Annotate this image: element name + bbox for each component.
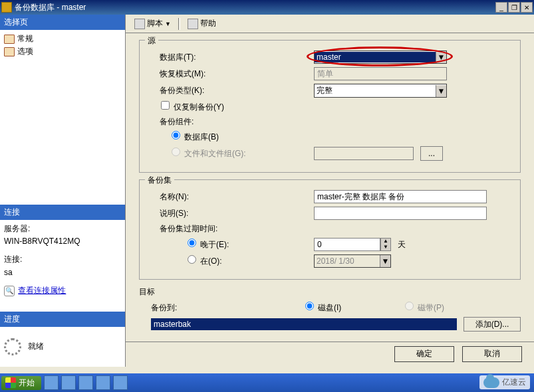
- server-value: WIN-B8RVQT412MQ: [4, 235, 121, 248]
- window-controls: _ ❐ ✕: [495, 2, 533, 13]
- ok-button[interactable]: 确定: [394, 346, 454, 362]
- connection-info: 服务器: WIN-B8RVQT412MQ 连接: sa 查看连接属性: [0, 220, 125, 300]
- backup-to-label: 备份到:: [139, 302, 305, 314]
- after-days-input[interactable]: [314, 238, 380, 251]
- dialog-footer: 确定 取消: [126, 342, 534, 365]
- cloud-icon: [483, 377, 499, 388]
- disk-radio-label[interactable]: 磁盘(I): [305, 302, 405, 314]
- main-panel: 脚本 ▼ 帮助 源 数据库(T): master ▼: [126, 15, 534, 367]
- connection-label: 连接:: [4, 253, 121, 266]
- after-radio-label[interactable]: 晚于(E):: [148, 239, 314, 250]
- taskbar-item[interactable]: [113, 375, 128, 390]
- sidebar-item-label: 常规: [17, 33, 33, 45]
- watermark: 亿速云: [479, 375, 530, 389]
- sidebar-heading-progress: 进度: [0, 312, 125, 327]
- backup-type-label: 备份类型(K):: [148, 85, 314, 96]
- name-label: 名称(N):: [148, 191, 314, 203]
- chevron-down-icon[interactable]: ▼: [436, 85, 446, 97]
- cancel-button[interactable]: 取消: [462, 346, 522, 362]
- recovery-mode-field: [314, 67, 447, 80]
- page-icon: [4, 35, 15, 44]
- sidebar: 选择页 常规 选项 连接 服务器: WIN-B8RVQT412MQ 连接: sa…: [0, 15, 126, 367]
- database-radio[interactable]: [172, 131, 180, 140]
- database-value: master: [315, 52, 436, 62]
- script-label: 脚本: [147, 18, 163, 29]
- taskbar-item[interactable]: [44, 375, 59, 390]
- toolbar: 脚本 ▼ 帮助: [126, 15, 534, 33]
- script-icon: [134, 19, 145, 29]
- help-label: 帮助: [200, 18, 216, 29]
- group-title-source: 源: [145, 35, 158, 47]
- sidebar-heading-select-page: 选择页: [0, 15, 125, 30]
- name-field[interactable]: [314, 190, 487, 203]
- copy-only-checkbox[interactable]: [161, 101, 170, 110]
- group-title-backup-set: 备份集: [145, 175, 174, 186]
- sidebar-item-label: 选项: [17, 46, 33, 57]
- script-button[interactable]: 脚本 ▼: [130, 16, 176, 31]
- expire-label: 备份集过期时间:: [148, 223, 314, 235]
- backup-type-value: 完整: [315, 84, 436, 97]
- disk-radio[interactable]: [305, 302, 314, 310]
- maximize-button[interactable]: ❐: [508, 2, 520, 13]
- filegroup-browse-button[interactable]: ...: [420, 146, 443, 161]
- start-button[interactable]: 开始: [1, 376, 41, 390]
- view-properties-icon: [4, 286, 15, 296]
- form: 源 数据库(T): master ▼ 恢复模式(M): 备份类型(K):: [126, 33, 534, 342]
- on-date-value: 2018/ 1/30: [315, 256, 380, 266]
- start-label: 开始: [19, 377, 35, 389]
- toolbar-separator: [178, 18, 180, 30]
- stepper-down-icon[interactable]: ▼: [381, 245, 390, 250]
- help-button[interactable]: 帮助: [183, 16, 221, 31]
- description-label: 说明(S):: [148, 208, 314, 219]
- watermark-text: 亿速云: [502, 377, 526, 388]
- filegroup-radio: [172, 147, 180, 156]
- sidebar-item-general[interactable]: 常规: [4, 33, 121, 45]
- destination-list-item[interactable]: masterbak: [151, 318, 457, 330]
- server-label: 服务器:: [4, 223, 121, 235]
- progress-body: 就绪: [0, 327, 125, 367]
- sidebar-item-options[interactable]: 选项: [4, 45, 121, 58]
- window-titlebar: 备份数据库 - master _ ❐ ✕: [0, 0, 534, 15]
- help-icon: [188, 19, 198, 29]
- taskbar-item[interactable]: [78, 375, 93, 390]
- progress-status: 就绪: [28, 340, 44, 353]
- window-icon: [1, 2, 12, 13]
- days-unit: 天: [398, 239, 406, 250]
- taskbar: 开始: [0, 373, 534, 392]
- recovery-mode-label: 恢复模式(M):: [148, 68, 314, 80]
- windows-logo-icon: [5, 377, 16, 388]
- add-destination-button[interactable]: 添加(D)...: [464, 317, 521, 332]
- backup-type-select[interactable]: 完整 ▼: [314, 84, 447, 98]
- chevron-down-icon[interactable]: ▼: [436, 51, 446, 63]
- close-button[interactable]: ✕: [521, 2, 533, 13]
- taskbar-item[interactable]: [61, 375, 76, 390]
- on-radio-label[interactable]: 在(O):: [148, 255, 314, 267]
- chevron-down-icon: ▼: [165, 21, 171, 27]
- after-radio[interactable]: [188, 239, 196, 247]
- group-backup-set: 备份集 名称(N): 说明(S): 备份集过期时间: 晚于(E): ▲▼ 天: [139, 179, 521, 280]
- group-target: 目标 备份到: 磁盘(I) 磁带(P) masterbak 添加(D)...: [139, 286, 521, 332]
- tape-radio: [405, 302, 414, 310]
- description-field[interactable]: [314, 207, 487, 220]
- backup-component-label: 备份组件:: [148, 116, 314, 128]
- tape-radio-label: 磁带(P): [405, 302, 444, 314]
- view-connection-properties-link[interactable]: 查看连接属性: [18, 286, 66, 295]
- connection-value: sa: [4, 266, 121, 279]
- sidebar-heading-connection: 连接: [0, 205, 125, 220]
- filegroup-field: [314, 147, 414, 160]
- progress-spinner-icon: [4, 338, 21, 355]
- group-title-target: 目标: [139, 286, 521, 298]
- taskbar-item[interactable]: [96, 375, 110, 390]
- on-radio[interactable]: [188, 255, 196, 264]
- database-label: 数据库(T):: [148, 52, 314, 63]
- database-radio-label[interactable]: 数据库(B): [148, 131, 314, 143]
- on-date-picker: 2018/ 1/30 ▼: [314, 254, 391, 268]
- database-select[interactable]: master ▼: [314, 50, 447, 64]
- window-title: 备份数据库 - master: [15, 2, 86, 13]
- group-source: 源 数据库(T): master ▼ 恢复模式(M): 备份类型(K):: [139, 40, 521, 173]
- sidebar-page-list: 常规 选项: [0, 30, 125, 60]
- after-days-stepper[interactable]: ▲▼: [314, 238, 391, 251]
- chevron-down-icon[interactable]: ▼: [380, 255, 390, 267]
- minimize-button[interactable]: _: [495, 2, 507, 13]
- copy-only-checkbox-label[interactable]: 仅复制备份(Y): [161, 101, 224, 113]
